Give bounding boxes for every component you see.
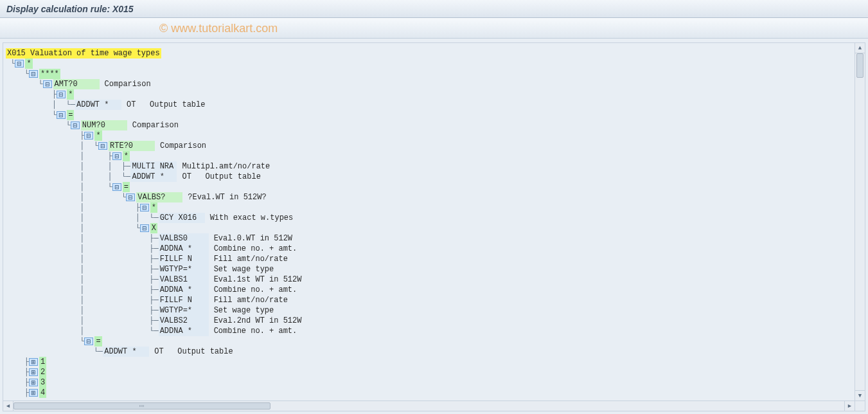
tree-leaf-gcy[interactable]: │ │ └─ GCY X016 With exact w.types <box>6 213 852 223</box>
tree-node-quad-star[interactable]: └⊟ **** <box>6 69 852 79</box>
tree-node-star[interactable]: └⊟ * <box>6 59 852 69</box>
tree-leaf-valbs2[interactable]: │ ├─ VALBS2 Eval.2nd WT in 512W <box>6 316 852 326</box>
tree-leaf-addna-2[interactable]: │ ├─ ADDNA * Combine no. + amt. <box>6 285 852 295</box>
tree-leaf-multi[interactable]: │ │ ├─ MULTI NRA Multipl.amt/no/rate <box>6 161 852 172</box>
tree-leaf-addwt-1[interactable]: │ └─ ADDWT * OT Output table <box>6 100 852 110</box>
vertical-scroll-thumb[interactable] <box>856 53 864 78</box>
collapse-icon[interactable]: ⊟ <box>112 183 121 191</box>
collapse-icon[interactable]: ⊟ <box>15 60 24 68</box>
expand-icon[interactable]: ⊞ <box>29 368 38 376</box>
tree-leaf-wgtyp-2[interactable]: │ ├─ WGTYP=* Set wage type <box>6 305 852 316</box>
tree-root[interactable]: X015 Valuation of time wage types <box>6 48 852 59</box>
scrollbar-corner <box>855 401 865 411</box>
tree-node-3[interactable]: ├⊞ 3 <box>6 377 852 388</box>
application-toolbar <box>0 18 868 39</box>
collapse-icon[interactable]: ⊟ <box>57 91 66 98</box>
tree-node-num-eq[interactable]: └⊟ = <box>6 336 852 346</box>
scroll-right-button[interactable]: ▶ <box>844 401 855 411</box>
tree-node-amt-star[interactable]: ├⊟ * <box>6 89 852 100</box>
tree-node-rte[interactable]: │ └⊟ RTE?0 Comparison <box>6 141 852 151</box>
tree-node-rte-eq[interactable]: │ └⊟ = <box>6 182 852 192</box>
content-area: X015 Valuation of time wage types └⊟ * └… <box>3 42 865 411</box>
collapse-icon[interactable]: ⊟ <box>84 132 93 140</box>
tree-node-num[interactable]: └⊟ NUM?0 Comparison <box>6 120 852 130</box>
tree-node-2[interactable]: ├⊞ 2 <box>6 367 852 377</box>
tree-leaf-wgtyp-1[interactable]: │ ├─ WGTYP=* Set wage type <box>6 264 852 274</box>
tree-node-valbs-x[interactable]: │ └⊟ X <box>6 223 852 233</box>
tree-node-valbs[interactable]: │ └⊟ VALBS? ?Eval.WT in 512W? <box>6 192 852 203</box>
scroll-left-button[interactable]: ◀ <box>3 401 13 411</box>
tree-leaf-valbs1[interactable]: │ ├─ VALBS1 Eval.1st WT in 512W <box>6 274 852 285</box>
expand-icon[interactable]: ⊞ <box>29 389 38 397</box>
collapse-icon[interactable]: ⊟ <box>71 122 80 129</box>
collapse-icon[interactable]: ⊟ <box>140 204 149 212</box>
tree-node-rte-star[interactable]: │ ├⊟ * <box>6 151 852 161</box>
tree-leaf-addwt-3[interactable]: └─ ADDWT * OT Output table <box>6 346 852 357</box>
tree-node-amt-eq[interactable]: └⊟ = <box>6 110 852 120</box>
collapse-icon[interactable]: ⊟ <box>84 338 93 345</box>
tree-leaf-addna-1[interactable]: │ ├─ ADDNA * Combine no. + amt. <box>6 244 852 254</box>
calculation-rule-tree[interactable]: X015 Valuation of time wage types └⊟ * └… <box>3 43 855 401</box>
tree-node-1[interactable]: ├⊞ 1 <box>6 357 852 367</box>
collapse-icon[interactable]: ⊟ <box>126 194 135 201</box>
tree-leaf-valbs0[interactable]: │ ├─ VALBS0 Eval.0.WT in 512W <box>6 233 852 244</box>
tree-node-num-star[interactable]: ├⊟ * <box>6 130 852 141</box>
collapse-icon[interactable]: ⊟ <box>43 80 52 88</box>
collapse-icon[interactable]: ⊟ <box>98 142 107 150</box>
collapse-icon[interactable]: ⊟ <box>140 224 149 232</box>
tree-node-valbs-star[interactable]: │ ├⊟ * <box>6 203 852 213</box>
horizontal-scrollbar[interactable]: ◀ ▶ <box>3 401 855 411</box>
tree-leaf-fillf-2[interactable]: │ ├─ FILLF N Fill amt/no/rate <box>6 295 852 305</box>
horizontal-scroll-thumb[interactable] <box>13 402 270 410</box>
vertical-scrollbar[interactable]: ▲ ▼ <box>855 43 865 401</box>
tree-leaf-addna-3[interactable]: │ └─ ADDNA * Combine no. + amt. <box>6 326 852 336</box>
tree-node-amt[interactable]: └⊟ AMT?0 Comparison <box>6 79 852 89</box>
expand-icon[interactable]: ⊞ <box>29 358 38 366</box>
title-bar: Display calculation rule: X015 <box>0 0 868 18</box>
tree-leaf-addwt-2[interactable]: │ │ └─ ADDWT * OT Output table <box>6 172 852 182</box>
scroll-up-button[interactable]: ▲ <box>855 43 865 53</box>
scroll-down-button[interactable]: ▼ <box>855 390 865 401</box>
expand-icon[interactable]: ⊞ <box>29 379 38 386</box>
collapse-icon[interactable]: ⊟ <box>57 111 66 119</box>
collapse-icon[interactable]: ⊟ <box>112 152 121 160</box>
tree-leaf-fillf-1[interactable]: │ ├─ FILLF N Fill amt/no/rate <box>6 254 852 264</box>
page-title: Display calculation rule: X015 <box>6 4 134 14</box>
collapse-icon[interactable]: ⊟ <box>29 70 38 78</box>
tree-node-4[interactable]: ├⊞ 4 <box>6 388 852 398</box>
